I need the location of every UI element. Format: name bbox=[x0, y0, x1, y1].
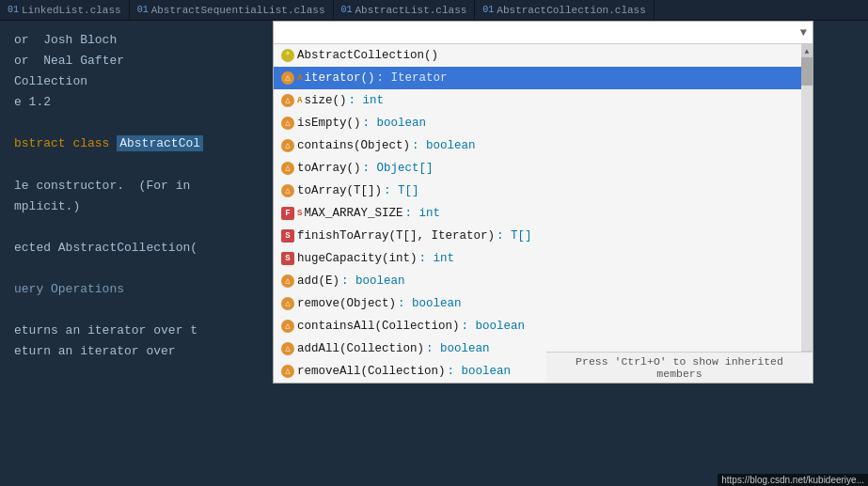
status-bar: Press 'Ctrl+O' to show inherited members bbox=[546, 352, 813, 383]
list-item[interactable]: △Asize() : int bbox=[274, 89, 813, 112]
item-name: add(E) bbox=[297, 272, 339, 290]
tab-icon-2: 01 bbox=[341, 5, 353, 15]
list-item[interactable]: △containsAll(Collection) : boolean bbox=[274, 315, 813, 337]
code-panel: or Josh Bloch or Neal Gafter Collection … bbox=[0, 21, 273, 486]
badge-icon: △ bbox=[281, 297, 294, 310]
item-name: containsAll(Collection) bbox=[297, 317, 460, 336]
tab-label-3: AbstractCollection.class bbox=[497, 5, 645, 16]
item-type: : boolean bbox=[412, 136, 476, 155]
item-name: contains(Object) bbox=[297, 136, 410, 155]
modifier-label: S bbox=[297, 207, 302, 220]
list-item[interactable]: △Aiterator() : Iterator bbox=[274, 67, 813, 89]
item-name: isEmpty() bbox=[297, 114, 361, 133]
list-item[interactable]: FSMAX_ARRAY_SIZE : int bbox=[274, 202, 813, 225]
item-name: toArray() bbox=[297, 159, 361, 178]
item-type: : boolean bbox=[341, 272, 405, 290]
modifier-label: A bbox=[297, 71, 302, 85]
list-item[interactable]: △remove(Object) : boolean bbox=[274, 292, 813, 315]
tab-abstractsequentiallist[interactable]: 01 AbstractSequentialList.class bbox=[130, 0, 334, 20]
item-type: : boolean bbox=[363, 114, 427, 133]
code-line-13 bbox=[14, 300, 259, 321]
badge-icon: △ bbox=[281, 184, 294, 197]
list-item[interactable]: △isEmpty() : boolean bbox=[274, 112, 813, 134]
item-type: : boolean bbox=[398, 294, 462, 313]
badge-icon: △ bbox=[281, 117, 294, 130]
search-input[interactable] bbox=[279, 25, 800, 39]
dropdown-list: °AbstractCollection()△Aiterator() : Iter… bbox=[274, 44, 813, 383]
item-type: : int bbox=[404, 204, 440, 223]
list-item[interactable]: △add(E) : boolean bbox=[274, 270, 813, 292]
badge-icon: △ bbox=[281, 139, 294, 152]
list-item[interactable]: △contains(Object) : boolean bbox=[274, 134, 813, 157]
tab-linkedlist[interactable]: 01 LinkedList.class bbox=[0, 0, 130, 20]
item-type: : int bbox=[348, 91, 384, 110]
code-line-10: ected AbstractCollection( bbox=[14, 238, 259, 259]
badge-icon: △ bbox=[281, 342, 294, 355]
list-item[interactable]: △toArray(T[]) : T[] bbox=[274, 180, 813, 202]
badge-icon: ° bbox=[281, 49, 294, 62]
item-name: hugeCapacity(int) bbox=[297, 249, 418, 268]
item-type: : Iterator bbox=[376, 69, 447, 87]
modifier-label: A bbox=[297, 94, 302, 107]
tab-bar: 01 LinkedList.class 01 AbstractSequentia… bbox=[0, 0, 868, 21]
url-bar: https://blog.csdn.net/kubideeriye... bbox=[718, 474, 868, 486]
item-name: remove(Object) bbox=[297, 294, 396, 313]
badge-icon: S bbox=[281, 252, 294, 265]
code-line-5: bstract class AbstractCol bbox=[14, 133, 259, 154]
item-name: AbstractCollection() bbox=[297, 46, 438, 65]
list-item[interactable]: °AbstractCollection() bbox=[274, 44, 813, 67]
scrollbar-up-button[interactable]: ▲ bbox=[801, 44, 813, 57]
item-type: : T[] bbox=[384, 181, 419, 200]
code-line-2: Collection bbox=[14, 71, 259, 92]
code-line-11 bbox=[14, 259, 259, 279]
item-name: size() bbox=[304, 91, 346, 110]
item-type: : Object[] bbox=[363, 159, 434, 178]
code-line-1: or Neal Gafter bbox=[14, 51, 259, 71]
main-content: or Josh Bloch or Neal Gafter Collection … bbox=[0, 21, 868, 486]
code-line-4 bbox=[14, 113, 259, 133]
item-type: : T[] bbox=[497, 227, 532, 245]
code-line-3: e 1.2 bbox=[14, 92, 259, 113]
tab-icon-1: 01 bbox=[137, 5, 149, 15]
item-name: finishToArray(T[], Iterator) bbox=[297, 227, 495, 245]
list-item[interactable]: SfinishToArray(T[], Iterator) : T[] bbox=[274, 225, 813, 247]
tab-abstractlist[interactable]: 01 AbstractList.class bbox=[334, 0, 476, 20]
badge-icon: △ bbox=[281, 162, 294, 175]
list-item[interactable]: △toArray() : Object[] bbox=[274, 157, 813, 180]
code-line-14: eturns an iterator over t bbox=[14, 321, 259, 341]
tab-label-0: LinkedList.class bbox=[22, 5, 121, 16]
tab-label-1: AbstractSequentialList.class bbox=[151, 5, 325, 16]
code-line-6 bbox=[14, 155, 259, 176]
badge-icon: F bbox=[281, 207, 294, 220]
scrollbar-thumb[interactable] bbox=[801, 57, 813, 86]
item-name: iterator() bbox=[304, 69, 374, 87]
list-item[interactable]: ShugeCapacity(int) : int bbox=[274, 247, 813, 270]
badge-icon: △ bbox=[281, 365, 294, 378]
tab-abstractcollection[interactable]: 01 AbstractCollection.class bbox=[475, 0, 654, 20]
item-name: removeAll(Collection) bbox=[297, 362, 446, 381]
badge-icon: △ bbox=[281, 274, 294, 288]
tab-label-2: AbstractList.class bbox=[355, 5, 467, 16]
item-name: toArray(T[]) bbox=[297, 181, 382, 200]
code-line-0: or Josh Bloch bbox=[14, 30, 259, 51]
code-line-12: uery Operations bbox=[14, 279, 259, 300]
badge-icon: △ bbox=[281, 320, 294, 333]
item-name: MAX_ARRAY_SIZE bbox=[304, 204, 402, 223]
badge-icon: S bbox=[281, 229, 294, 243]
scrollbar-track: ▲ ▼ bbox=[801, 44, 813, 383]
item-type: : boolean bbox=[448, 362, 512, 381]
dropdown-search[interactable]: ▼ bbox=[274, 22, 813, 44]
item-name: addAll(Collection) bbox=[297, 339, 424, 358]
code-line-15: eturn an iterator over bbox=[14, 341, 259, 362]
dropdown-container: ▼ °AbstractCollection()△Aiterator() : It… bbox=[273, 21, 813, 384]
code-line-8: mplicit.) bbox=[14, 196, 259, 217]
badge-icon: △ bbox=[281, 94, 294, 107]
code-line-7: le constructor. (For in bbox=[14, 176, 259, 196]
dropdown-arrow-icon[interactable]: ▼ bbox=[800, 26, 807, 39]
code-line-9 bbox=[14, 217, 259, 238]
tab-icon-3: 01 bbox=[482, 5, 494, 15]
badge-icon: △ bbox=[281, 71, 294, 85]
tab-icon-0: 01 bbox=[8, 5, 19, 15]
item-type: : boolean bbox=[462, 317, 526, 336]
item-type: : boolean bbox=[426, 339, 490, 358]
